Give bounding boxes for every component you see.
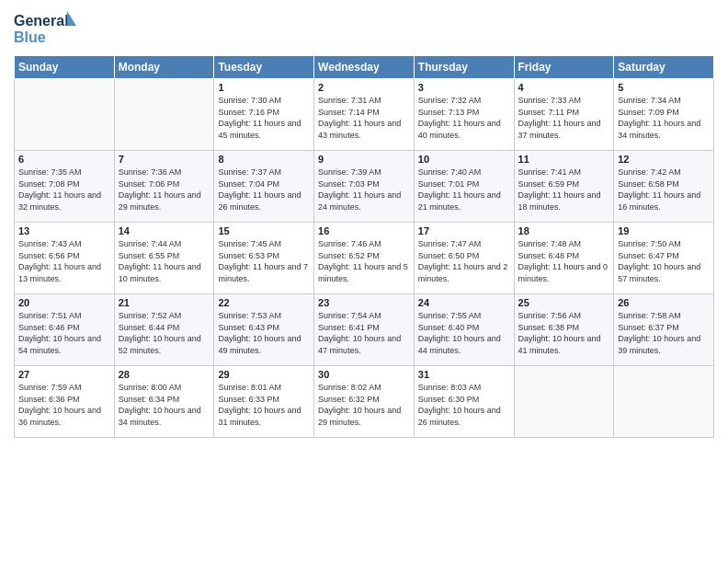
svg-text:General: General [14, 13, 69, 29]
day-number: 13 [18, 225, 110, 236]
day-number: 24 [418, 297, 510, 308]
calendar-cell: 3Sunrise: 7:32 AM Sunset: 7:13 PM Daylig… [414, 79, 514, 151]
day-number: 8 [218, 154, 310, 165]
calendar-week-row: 13Sunrise: 7:43 AM Sunset: 6:56 PM Dayli… [15, 223, 714, 294]
calendar-cell: 27Sunrise: 7:59 AM Sunset: 6:36 PM Dayli… [15, 366, 115, 438]
day-info: Sunrise: 7:42 AM Sunset: 6:58 PM Dayligh… [618, 167, 710, 213]
calendar-cell: 28Sunrise: 8:00 AM Sunset: 6:34 PM Dayli… [114, 366, 214, 438]
calendar-cell: 10Sunrise: 7:40 AM Sunset: 7:01 PM Dayli… [414, 151, 514, 223]
day-number: 2 [318, 82, 410, 93]
calendar-cell: 24Sunrise: 7:55 AM Sunset: 6:40 PM Dayli… [414, 294, 514, 366]
svg-text:Blue: Blue [14, 29, 46, 45]
day-info: Sunrise: 7:43 AM Sunset: 6:56 PM Dayligh… [18, 238, 110, 284]
page-header: GeneralBlue [14, 9, 714, 48]
calendar-cell: 25Sunrise: 7:56 AM Sunset: 6:38 PM Dayli… [514, 294, 614, 366]
day-info: Sunrise: 7:44 AM Sunset: 6:55 PM Dayligh… [119, 238, 210, 284]
day-info: Sunrise: 7:55 AM Sunset: 6:40 PM Dayligh… [418, 310, 510, 356]
day-number: 12 [618, 154, 710, 165]
day-number: 7 [119, 154, 210, 165]
day-info: Sunrise: 8:00 AM Sunset: 6:34 PM Dayligh… [119, 382, 210, 428]
day-info: Sunrise: 7:37 AM Sunset: 7:04 PM Dayligh… [218, 167, 310, 213]
calendar-cell [114, 79, 214, 151]
day-number: 29 [218, 369, 310, 380]
calendar-cell: 26Sunrise: 7:58 AM Sunset: 6:37 PM Dayli… [614, 294, 714, 366]
day-info: Sunrise: 8:02 AM Sunset: 6:32 PM Dayligh… [318, 382, 410, 428]
logo: GeneralBlue [14, 9, 78, 48]
day-number: 9 [318, 154, 410, 165]
calendar-cell: 31Sunrise: 8:03 AM Sunset: 6:30 PM Dayli… [414, 366, 514, 438]
calendar-header-row: SundayMondayTuesdayWednesdayThursdayFrid… [15, 56, 714, 79]
calendar-cell [614, 366, 714, 438]
day-info: Sunrise: 7:32 AM Sunset: 7:13 PM Dayligh… [418, 95, 510, 141]
day-info: Sunrise: 7:34 AM Sunset: 7:09 PM Dayligh… [618, 95, 710, 141]
day-info: Sunrise: 7:36 AM Sunset: 7:06 PM Dayligh… [119, 167, 210, 213]
day-info: Sunrise: 8:03 AM Sunset: 6:30 PM Dayligh… [418, 382, 510, 428]
day-info: Sunrise: 7:56 AM Sunset: 6:38 PM Dayligh… [518, 310, 610, 356]
calendar-cell: 19Sunrise: 7:50 AM Sunset: 6:47 PM Dayli… [614, 223, 714, 294]
day-info: Sunrise: 7:31 AM Sunset: 7:14 PM Dayligh… [318, 95, 410, 141]
day-number: 11 [518, 154, 610, 165]
day-info: Sunrise: 7:41 AM Sunset: 6:59 PM Dayligh… [518, 167, 610, 213]
day-info: Sunrise: 7:59 AM Sunset: 6:36 PM Dayligh… [18, 382, 110, 428]
calendar-cell: 4Sunrise: 7:33 AM Sunset: 7:11 PM Daylig… [514, 79, 614, 151]
calendar-cell: 18Sunrise: 7:48 AM Sunset: 6:48 PM Dayli… [514, 223, 614, 294]
calendar-cell: 11Sunrise: 7:41 AM Sunset: 6:59 PM Dayli… [514, 151, 614, 223]
day-number: 15 [218, 225, 310, 236]
calendar-cell: 16Sunrise: 7:46 AM Sunset: 6:52 PM Dayli… [314, 223, 415, 294]
calendar-cell: 12Sunrise: 7:42 AM Sunset: 6:58 PM Dayli… [614, 151, 714, 223]
day-number: 27 [18, 369, 110, 380]
day-number: 22 [218, 297, 310, 308]
calendar-header-saturday: Saturday [614, 56, 714, 79]
day-number: 16 [318, 225, 410, 236]
calendar-cell: 6Sunrise: 7:35 AM Sunset: 7:08 PM Daylig… [15, 151, 115, 223]
day-number: 26 [618, 297, 710, 308]
calendar-cell [15, 79, 115, 151]
day-number: 20 [18, 297, 110, 308]
day-number: 14 [119, 225, 210, 236]
day-info: Sunrise: 7:47 AM Sunset: 6:50 PM Dayligh… [418, 238, 510, 284]
calendar-cell: 2Sunrise: 7:31 AM Sunset: 7:14 PM Daylig… [314, 79, 415, 151]
day-number: 10 [418, 154, 510, 165]
calendar-cell: 20Sunrise: 7:51 AM Sunset: 6:46 PM Dayli… [15, 294, 115, 366]
calendar-cell: 29Sunrise: 8:01 AM Sunset: 6:33 PM Dayli… [214, 366, 314, 438]
day-number: 31 [418, 369, 510, 380]
day-info: Sunrise: 7:33 AM Sunset: 7:11 PM Dayligh… [518, 95, 610, 141]
day-info: Sunrise: 7:54 AM Sunset: 6:41 PM Dayligh… [318, 310, 410, 356]
calendar-header-sunday: Sunday [15, 56, 115, 79]
day-info: Sunrise: 7:46 AM Sunset: 6:52 PM Dayligh… [318, 238, 410, 284]
day-info: Sunrise: 7:48 AM Sunset: 6:48 PM Dayligh… [518, 238, 610, 284]
day-info: Sunrise: 8:01 AM Sunset: 6:33 PM Dayligh… [218, 382, 310, 428]
day-info: Sunrise: 7:39 AM Sunset: 7:03 PM Dayligh… [318, 167, 410, 213]
day-number: 25 [518, 297, 610, 308]
day-info: Sunrise: 7:52 AM Sunset: 6:44 PM Dayligh… [119, 310, 210, 356]
calendar-header-thursday: Thursday [414, 56, 514, 79]
calendar-header-wednesday: Wednesday [314, 56, 415, 79]
day-number: 4 [518, 82, 610, 93]
calendar-cell: 23Sunrise: 7:54 AM Sunset: 6:41 PM Dayli… [314, 294, 415, 366]
day-number: 18 [518, 225, 610, 236]
day-number: 23 [318, 297, 410, 308]
day-info: Sunrise: 7:45 AM Sunset: 6:53 PM Dayligh… [218, 238, 310, 284]
day-info: Sunrise: 7:51 AM Sunset: 6:46 PM Dayligh… [18, 310, 110, 356]
day-info: Sunrise: 7:35 AM Sunset: 7:08 PM Dayligh… [18, 167, 110, 213]
calendar-header-tuesday: Tuesday [214, 56, 314, 79]
day-number: 19 [618, 225, 710, 236]
calendar-cell: 21Sunrise: 7:52 AM Sunset: 6:44 PM Dayli… [114, 294, 214, 366]
day-info: Sunrise: 7:30 AM Sunset: 7:16 PM Dayligh… [218, 95, 310, 141]
calendar-cell: 1Sunrise: 7:30 AM Sunset: 7:16 PM Daylig… [214, 79, 314, 151]
calendar-header-friday: Friday [514, 56, 614, 79]
calendar-cell: 8Sunrise: 7:37 AM Sunset: 7:04 PM Daylig… [214, 151, 314, 223]
calendar-cell: 13Sunrise: 7:43 AM Sunset: 6:56 PM Dayli… [15, 223, 115, 294]
day-number: 30 [318, 369, 410, 380]
calendar-cell: 17Sunrise: 7:47 AM Sunset: 6:50 PM Dayli… [414, 223, 514, 294]
calendar-cell: 7Sunrise: 7:36 AM Sunset: 7:06 PM Daylig… [114, 151, 214, 223]
calendar-cell: 9Sunrise: 7:39 AM Sunset: 7:03 PM Daylig… [314, 151, 415, 223]
calendar-header-monday: Monday [114, 56, 214, 79]
day-number: 17 [418, 225, 510, 236]
day-info: Sunrise: 7:58 AM Sunset: 6:37 PM Dayligh… [618, 310, 710, 356]
day-number: 3 [418, 82, 510, 93]
day-number: 1 [218, 82, 310, 93]
calendar-cell: 15Sunrise: 7:45 AM Sunset: 6:53 PM Dayli… [214, 223, 314, 294]
day-info: Sunrise: 7:40 AM Sunset: 7:01 PM Dayligh… [418, 167, 510, 213]
calendar-week-row: 20Sunrise: 7:51 AM Sunset: 6:46 PM Dayli… [15, 294, 714, 366]
